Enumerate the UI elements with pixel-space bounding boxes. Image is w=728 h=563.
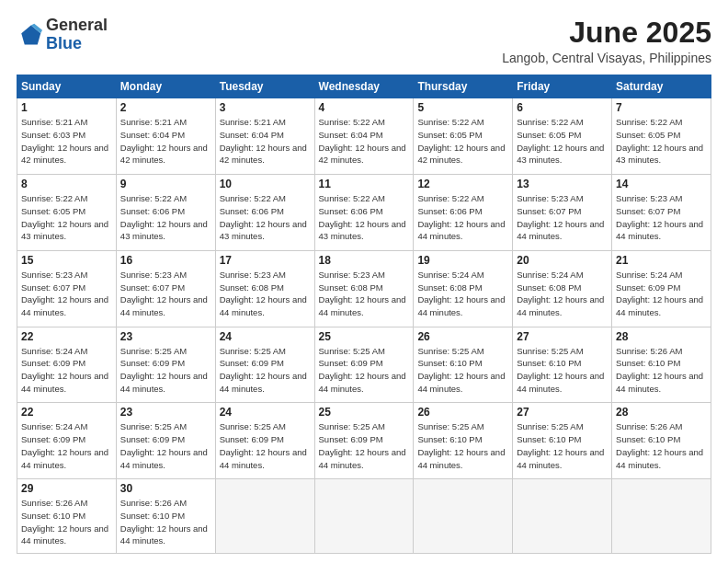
day-info: Sunrise: 5:23 AM Sunset: 6:08 PM Dayligh…	[319, 269, 410, 319]
col-friday: Friday	[513, 75, 612, 98]
day-info: Sunrise: 5:23 AM Sunset: 6:07 PM Dayligh…	[616, 192, 707, 243]
day-number: 30	[120, 482, 211, 495]
day-number: 7	[616, 101, 707, 114]
day-info: Sunrise: 5:22 AM Sunset: 6:05 PM Dayligh…	[21, 192, 112, 243]
title-area: June 2025 Langob, Central Visayas, Phili…	[502, 17, 711, 65]
calendar-week-3: 15 Sunrise: 5:23 AM Sunset: 6:07 PM Dayl…	[17, 250, 711, 327]
col-sunday: Sunday	[17, 75, 117, 98]
day-info: Sunrise: 5:21 AM Sunset: 6:03 PM Dayligh…	[21, 116, 112, 167]
header: General Blue June 2025 Langob, Central V…	[17, 17, 711, 65]
table-row: 27 Sunrise: 5:25 AM Sunset: 6:10 PM Dayl…	[513, 403, 612, 479]
day-number: 22	[21, 406, 112, 419]
day-info: Sunrise: 5:21 AM Sunset: 6:04 PM Dayligh…	[220, 116, 311, 167]
table-row: 3 Sunrise: 5:21 AM Sunset: 6:04 PM Dayli…	[215, 98, 314, 175]
table-row	[414, 479, 513, 554]
day-number: 9	[120, 178, 211, 190]
day-number: 11	[319, 178, 410, 190]
day-info: Sunrise: 5:24 AM Sunset: 6:09 PM Dayligh…	[21, 420, 112, 471]
day-number: 8	[21, 178, 112, 190]
table-row: 2 Sunrise: 5:21 AM Sunset: 6:04 PM Dayli…	[116, 98, 215, 175]
table-row: 11 Sunrise: 5:22 AM Sunset: 6:06 PM Dayl…	[314, 174, 414, 250]
day-number: 4	[319, 101, 410, 114]
day-info: Sunrise: 5:25 AM Sunset: 6:09 PM Dayligh…	[319, 420, 410, 471]
table-row	[215, 479, 314, 554]
day-info: Sunrise: 5:24 AM Sunset: 6:08 PM Dayligh…	[517, 269, 608, 319]
day-info: Sunrise: 5:24 AM Sunset: 6:08 PM Dayligh…	[417, 269, 508, 319]
table-row: 21 Sunrise: 5:24 AM Sunset: 6:09 PM Dayl…	[612, 250, 711, 327]
day-info: Sunrise: 5:22 AM Sunset: 6:06 PM Dayligh…	[220, 192, 311, 243]
day-number: 28	[616, 406, 707, 419]
table-row: 26 Sunrise: 5:25 AM Sunset: 6:10 PM Dayl…	[414, 403, 513, 479]
day-number: 23	[120, 330, 211, 343]
logo-general: General	[46, 16, 108, 34]
day-number: 18	[319, 254, 410, 267]
table-row: 12 Sunrise: 5:22 AM Sunset: 6:06 PM Dayl…	[414, 174, 513, 250]
day-info: Sunrise: 5:25 AM Sunset: 6:09 PM Dayligh…	[120, 345, 211, 396]
day-info: Sunrise: 5:24 AM Sunset: 6:09 PM Dayligh…	[616, 269, 707, 319]
table-row: 25 Sunrise: 5:25 AM Sunset: 6:09 PM Dayl…	[314, 327, 414, 403]
table-row: 10 Sunrise: 5:22 AM Sunset: 6:06 PM Dayl…	[215, 174, 314, 250]
table-row: 24 Sunrise: 5:25 AM Sunset: 6:09 PM Dayl…	[215, 403, 314, 479]
table-row: 28 Sunrise: 5:26 AM Sunset: 6:10 PM Dayl…	[612, 327, 711, 403]
table-row	[314, 479, 414, 554]
table-row: 1 Sunrise: 5:21 AM Sunset: 6:03 PM Dayli…	[17, 98, 117, 175]
day-info: Sunrise: 5:25 AM Sunset: 6:10 PM Dayligh…	[417, 420, 508, 471]
calendar-week-4: 22 Sunrise: 5:24 AM Sunset: 6:09 PM Dayl…	[17, 327, 711, 403]
day-number: 27	[517, 330, 608, 343]
table-row: 14 Sunrise: 5:23 AM Sunset: 6:07 PM Dayl…	[612, 174, 711, 250]
day-info: Sunrise: 5:25 AM Sunset: 6:10 PM Dayligh…	[417, 345, 508, 396]
day-info: Sunrise: 5:22 AM Sunset: 6:05 PM Dayligh…	[417, 116, 508, 167]
day-info: Sunrise: 5:25 AM Sunset: 6:09 PM Dayligh…	[220, 345, 311, 396]
day-info: Sunrise: 5:22 AM Sunset: 6:05 PM Dayligh…	[616, 116, 707, 167]
table-row: 23 Sunrise: 5:25 AM Sunset: 6:09 PM Dayl…	[116, 403, 215, 479]
day-number: 25	[319, 406, 410, 419]
col-thursday: Thursday	[414, 75, 513, 98]
day-info: Sunrise: 5:26 AM Sunset: 6:10 PM Dayligh…	[120, 497, 211, 547]
table-row: 4 Sunrise: 5:22 AM Sunset: 6:04 PM Dayli…	[314, 98, 414, 175]
day-info: Sunrise: 5:23 AM Sunset: 6:07 PM Dayligh…	[517, 192, 608, 243]
logo-icon	[17, 22, 42, 48]
table-row: 9 Sunrise: 5:22 AM Sunset: 6:06 PM Dayli…	[116, 174, 215, 250]
day-info: Sunrise: 5:25 AM Sunset: 6:09 PM Dayligh…	[120, 420, 211, 471]
day-number: 27	[517, 406, 608, 419]
table-row: 29 Sunrise: 5:26 AM Sunset: 6:10 PM Dayl…	[17, 479, 117, 554]
logo-blue: Blue	[46, 34, 82, 52]
day-number: 17	[220, 254, 311, 267]
day-info: Sunrise: 5:22 AM Sunset: 6:05 PM Dayligh…	[517, 116, 608, 167]
day-number: 3	[220, 101, 311, 114]
day-number: 20	[517, 254, 608, 267]
day-info: Sunrise: 5:23 AM Sunset: 6:07 PM Dayligh…	[21, 269, 112, 319]
table-row: 8 Sunrise: 5:22 AM Sunset: 6:05 PM Dayli…	[17, 174, 117, 250]
day-number: 28	[616, 330, 707, 343]
day-number: 29	[21, 482, 112, 495]
day-number: 24	[220, 330, 311, 343]
day-info: Sunrise: 5:25 AM Sunset: 6:09 PM Dayligh…	[220, 420, 311, 471]
table-row: 25 Sunrise: 5:25 AM Sunset: 6:09 PM Dayl…	[314, 403, 414, 479]
table-row: 19 Sunrise: 5:24 AM Sunset: 6:08 PM Dayl…	[414, 250, 513, 327]
day-info: Sunrise: 5:21 AM Sunset: 6:04 PM Dayligh…	[120, 116, 211, 167]
table-row: 18 Sunrise: 5:23 AM Sunset: 6:08 PM Dayl…	[314, 250, 414, 327]
table-row: 20 Sunrise: 5:24 AM Sunset: 6:08 PM Dayl…	[513, 250, 612, 327]
day-info: Sunrise: 5:25 AM Sunset: 6:09 PM Dayligh…	[319, 345, 410, 396]
calendar-week-1: 1 Sunrise: 5:21 AM Sunset: 6:03 PM Dayli…	[17, 98, 711, 175]
day-number: 2	[120, 101, 211, 114]
day-number: 24	[220, 406, 311, 419]
col-wednesday: Wednesday	[314, 75, 414, 98]
logo-text: General Blue	[46, 17, 108, 53]
day-number: 26	[417, 330, 508, 343]
col-saturday: Saturday	[612, 75, 711, 98]
table-row: 30 Sunrise: 5:26 AM Sunset: 6:10 PM Dayl…	[116, 479, 215, 554]
table-row: 22 Sunrise: 5:24 AM Sunset: 6:09 PM Dayl…	[17, 327, 117, 403]
day-number: 12	[417, 178, 508, 190]
day-number: 6	[517, 101, 608, 114]
table-row: 13 Sunrise: 5:23 AM Sunset: 6:07 PM Dayl…	[513, 174, 612, 250]
day-info: Sunrise: 5:22 AM Sunset: 6:06 PM Dayligh…	[319, 192, 410, 243]
calendar-week-2: 8 Sunrise: 5:22 AM Sunset: 6:05 PM Dayli…	[17, 174, 711, 250]
table-row: 27 Sunrise: 5:25 AM Sunset: 6:10 PM Dayl…	[513, 327, 612, 403]
col-monday: Monday	[116, 75, 215, 98]
day-info: Sunrise: 5:24 AM Sunset: 6:09 PM Dayligh…	[21, 345, 112, 396]
table-row: 24 Sunrise: 5:25 AM Sunset: 6:09 PM Dayl…	[215, 327, 314, 403]
day-number: 1	[21, 101, 112, 114]
day-info: Sunrise: 5:25 AM Sunset: 6:10 PM Dayligh…	[517, 345, 608, 396]
day-number: 21	[616, 254, 707, 267]
